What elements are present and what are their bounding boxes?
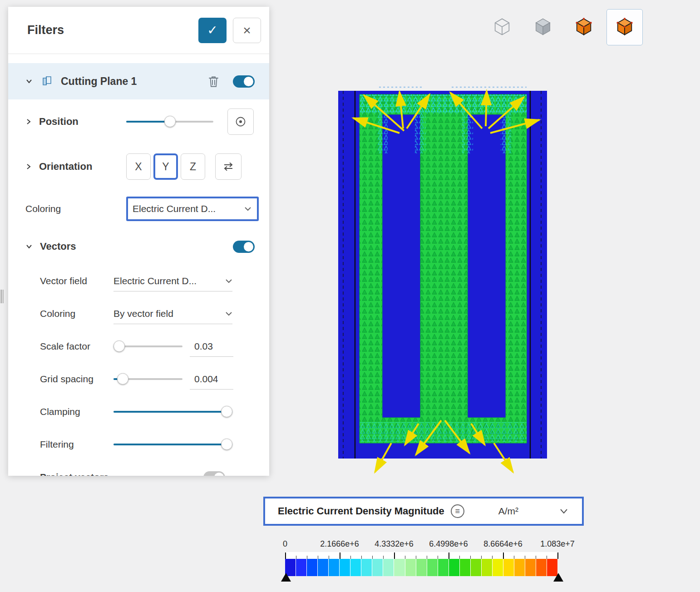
chevron-down-icon[interactable] [25, 243, 33, 250]
coloring-dropdown[interactable]: Electric Current D... [126, 197, 259, 221]
colorbar-cell [361, 559, 372, 576]
colorbar-tick [449, 553, 449, 559]
grid-spacing-label: Grid spacing [40, 374, 94, 384]
legend-bar[interactable]: Electric Current Density Magnitude ≡ A/m… [263, 497, 584, 526]
project-vectors-toggle[interactable] [203, 471, 225, 476]
chevron-down-icon [244, 206, 251, 212]
chevron-right-icon[interactable] [25, 118, 32, 125]
colorbar [285, 559, 557, 576]
colorbar-tick [438, 556, 438, 559]
colorbar-tick [514, 556, 514, 559]
vector-field-dropdown[interactable]: Electric Current D... [113, 271, 232, 291]
colorbar-cell [372, 559, 383, 576]
colorbar-cell [449, 559, 459, 576]
view-mode-toolbar [484, 9, 643, 45]
flip-orientation-button[interactable] [215, 153, 242, 180]
legend-title: Electric Current Density Magnitude [278, 505, 444, 517]
colorbar-tick [296, 556, 296, 559]
close-button[interactable]: × [233, 18, 261, 43]
colorbar-tick [536, 556, 536, 559]
chevron-down-icon[interactable] [559, 508, 568, 514]
color-scale: 02.1666e+64.3332e+66.4998e+68.6664e+61.0… [285, 539, 557, 576]
colorbar-cell [471, 559, 481, 576]
solid-cube-icon[interactable] [525, 9, 561, 45]
chevron-right-icon[interactable] [25, 163, 32, 170]
clamping-label: Clamping [40, 406, 80, 417]
colorbar-cell [416, 559, 427, 576]
legend-unit: A/m² [498, 506, 518, 517]
colorbar-tick [361, 556, 362, 559]
swap-arrows-icon [222, 161, 235, 172]
colorbar-tick [383, 556, 384, 559]
legend-menu-icon[interactable]: ≡ [451, 504, 464, 518]
filtering-label: Filtering [40, 439, 74, 449]
colorbar-tick-label: 0 [283, 539, 287, 549]
colorbar-labels: 02.1666e+64.3332e+66.4998e+68.6664e+61.0… [285, 539, 557, 552]
vectors-header-row[interactable]: Vectors [8, 228, 269, 265]
chevron-down-icon [225, 278, 232, 284]
apply-button[interactable]: ✓ [198, 18, 227, 43]
colorbar-cell [427, 559, 438, 576]
colorbar-cell [493, 559, 503, 576]
position-slider[interactable] [126, 116, 213, 128]
axis-y-button[interactable]: Y [153, 153, 178, 180]
colorbar-tick [547, 556, 547, 559]
chevron-down-icon[interactable] [25, 78, 33, 85]
project-vectors-row: Project vectors [8, 461, 269, 476]
axis-z-button[interactable]: Z [181, 153, 205, 180]
clamping-slider[interactable] [113, 406, 232, 418]
scale-factor-input[interactable]: 0.03 [190, 336, 233, 357]
vectors-label: Vectors [40, 241, 76, 252]
colorbar-tick-label: 2.1666e+6 [320, 539, 359, 549]
vector-coloring-dropdown[interactable]: By vector field [113, 303, 232, 324]
colorbar-tick [470, 556, 471, 559]
coloring-dropdown-value: Electric Current D... [133, 203, 244, 214]
colorbar-cell [383, 559, 394, 576]
vector-field-label: Vector field [40, 276, 87, 286]
vector-field-value: Electric Current D... [113, 276, 225, 286]
viewport-3d[interactable] [336, 85, 549, 478]
surfaces-with-edges-cube-icon[interactable] [606, 9, 643, 45]
colorbar-tick [525, 556, 525, 559]
scale-factor-label: Scale factor [40, 341, 90, 351]
project-vectors-label: Project vectors [40, 472, 109, 476]
colorbar-tick [503, 553, 504, 559]
colorbar-cell [460, 559, 470, 576]
clamping-row: Clamping [8, 395, 269, 428]
cutting-plane-header[interactable]: Cutting Plane 1 [8, 63, 269, 99]
center-target-button[interactable] [227, 109, 254, 135]
grid-spacing-slider[interactable] [113, 373, 182, 385]
surfaces-cube-icon[interactable] [566, 9, 602, 45]
colorbar-cell [307, 559, 317, 576]
orientation-row: Orientation X Y Z [8, 144, 269, 189]
colorbar-tick [459, 556, 460, 559]
grid-spacing-input[interactable]: 0.004 [190, 369, 233, 390]
vectors-toggle[interactable] [233, 241, 255, 253]
colorbar-tick [394, 553, 395, 559]
scale-factor-row: Scale factor 0.03 [8, 330, 269, 363]
colorbar-cell [503, 559, 514, 576]
colorbar-tick [285, 553, 286, 559]
wireframe-cube-icon[interactable] [484, 9, 520, 45]
colorbar-cell [438, 559, 449, 576]
cutting-plane-toggle[interactable] [233, 75, 255, 88]
colorbar-tick [557, 553, 558, 559]
colorbar-ticks [285, 552, 557, 559]
close-icon: × [243, 23, 251, 38]
position-label: Position [39, 116, 79, 128]
filtering-slider[interactable] [113, 439, 232, 450]
range-min-handle[interactable] [281, 573, 291, 582]
colorbar-tick [372, 556, 373, 559]
colorbar-tick [427, 556, 427, 559]
range-max-handle[interactable] [553, 573, 563, 582]
axis-x-button[interactable]: X [126, 153, 151, 180]
scale-factor-slider[interactable] [113, 340, 182, 352]
colorbar-tick [329, 556, 329, 559]
colorbar-cell [405, 559, 416, 576]
coloring-row: Coloring Electric Current D... [8, 189, 269, 228]
colorbar-cell [318, 559, 328, 576]
trash-icon[interactable] [208, 75, 219, 88]
panel-resize-handle[interactable] [0, 290, 4, 303]
colorbar-cell [536, 559, 547, 576]
colorbar-cell [350, 559, 361, 576]
